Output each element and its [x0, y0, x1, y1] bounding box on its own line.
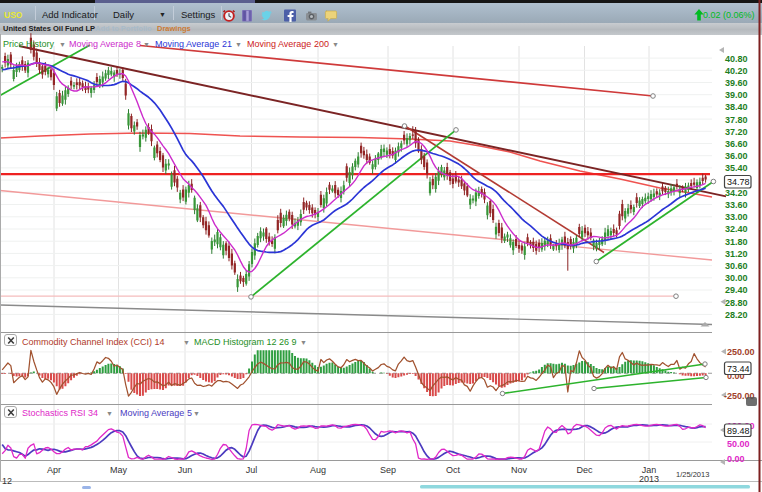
svg-text:Jul: Jul — [246, 465, 258, 475]
svg-text:1/25/2013: 1/25/2013 — [676, 470, 709, 479]
svg-text:36.60: 36.60 — [725, 139, 748, 149]
svg-text:Oct: Oct — [446, 465, 461, 475]
svg-text:35.40: 35.40 — [725, 163, 748, 173]
svg-text:38.40: 38.40 — [725, 102, 748, 112]
svg-text:31.80: 31.80 — [725, 237, 748, 247]
svg-text:39.00: 39.00 — [725, 90, 748, 100]
svg-text:Sep: Sep — [380, 465, 396, 475]
svg-text:31.20: 31.20 — [725, 249, 748, 259]
svg-text:33.60: 33.60 — [725, 200, 748, 210]
svg-text:28.80: 28.80 — [725, 298, 748, 308]
svg-text:250.00: 250.00 — [727, 347, 755, 357]
svg-text:Jun: Jun — [178, 465, 193, 475]
svg-text:Apr: Apr — [47, 465, 61, 475]
svg-text:30.00: 30.00 — [725, 273, 748, 283]
svg-text:May: May — [110, 465, 128, 475]
svg-text:50.00: 50.00 — [727, 439, 750, 449]
svg-text:40.20: 40.20 — [725, 66, 748, 76]
svg-text:37.80: 37.80 — [725, 115, 748, 125]
svg-text:37.20: 37.20 — [725, 127, 748, 137]
svg-text:40.80: 40.80 — [725, 54, 748, 64]
svg-text:89.48: 89.48 — [727, 426, 750, 436]
svg-text:34.78: 34.78 — [727, 177, 750, 187]
svg-text:Aug: Aug — [310, 465, 326, 475]
svg-text:39.60: 39.60 — [725, 78, 748, 88]
svg-text:73.44: 73.44 — [727, 364, 750, 374]
svg-text:12: 12 — [2, 476, 12, 486]
svg-text:32.40: 32.40 — [725, 224, 748, 234]
svg-text:29.40: 29.40 — [725, 285, 748, 295]
svg-text:Nov: Nov — [511, 465, 528, 475]
svg-text:28.20: 28.20 — [725, 310, 748, 320]
svg-text:2013: 2013 — [639, 474, 659, 484]
svg-text:36.00: 36.00 — [725, 151, 748, 161]
svg-text:30.60: 30.60 — [725, 261, 748, 271]
svg-text:Dec: Dec — [576, 465, 593, 475]
svg-text:33.00: 33.00 — [725, 212, 748, 222]
svg-text:0.00: 0.00 — [727, 454, 745, 464]
svg-text:34.20: 34.20 — [725, 188, 748, 198]
